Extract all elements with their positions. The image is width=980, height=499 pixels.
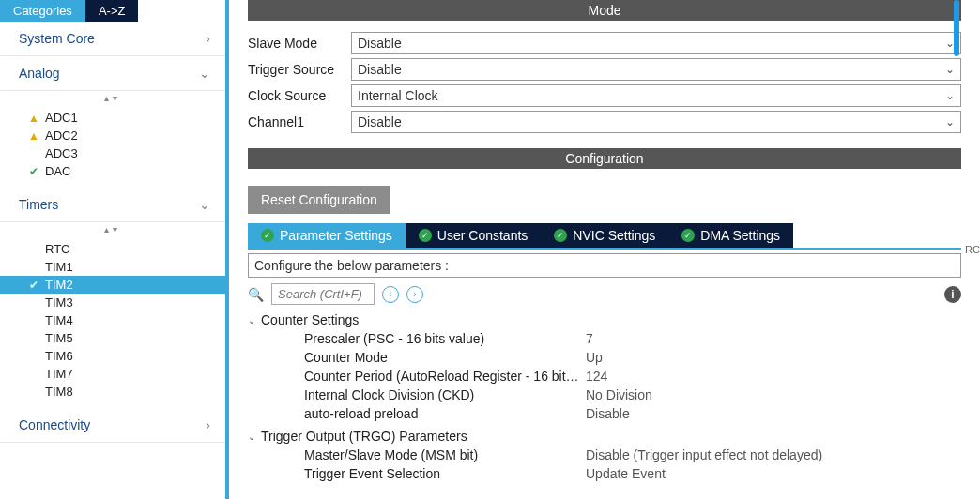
param-row[interactable]: Trigger Event SelectionUpdate Event [248, 464, 961, 483]
sidebar-item-label: ADC3 [45, 146, 78, 160]
sidebar-tabs: Categories A->Z [0, 0, 225, 22]
reset-configuration-button[interactable]: Reset Configuration [248, 186, 390, 214]
clock-source-select[interactable]: Internal Clock⌄ [351, 84, 961, 107]
caret-down-icon: ⌄ [248, 315, 255, 325]
param-row[interactable]: Counter Period (AutoReload Register - 16… [248, 367, 961, 386]
sidebar-item-tim2[interactable]: ✔TIM2 [0, 276, 225, 294]
search-row: 🔍 ‹ › i [248, 283, 961, 305]
sidebar-item-tim5[interactable]: TIM5 [0, 329, 225, 347]
chevron-down-icon: ⌄ [945, 115, 955, 129]
sidebar-item-tim7[interactable]: TIM7 [0, 365, 225, 383]
sidebar-item-label: TIM2 [45, 278, 73, 292]
mode-label-clock: Clock Source [248, 88, 351, 103]
group-counter-settings: ⌄Counter Settings Prescaler (PSC - 16 bi… [248, 310, 961, 423]
sidebar-item-label: DAC [45, 164, 70, 178]
sidebar-item-label: TIM3 [45, 295, 73, 310]
tab-dma-settings[interactable]: ✓DMA Settings [668, 223, 793, 248]
sidebar-item-tim1[interactable]: TIM1 [0, 258, 225, 276]
category-label: System Core [19, 31, 95, 46]
sidebar-body: System Core › Analog ⌄ ▴▾ ▲ADC1 ▲ADC2 AD… [0, 22, 225, 499]
mode-panel: Slave Mode Disable⌄ Trigger Source Disab… [248, 28, 961, 137]
warning-icon: ▲ [26, 112, 41, 125]
check-icon: ✔ [26, 279, 41, 292]
sidebar-item-rtc[interactable]: RTC [0, 240, 225, 258]
search-input[interactable] [271, 283, 375, 305]
check-icon: ✔ [26, 165, 41, 178]
trigger-source-select[interactable]: Disable⌄ [351, 58, 961, 81]
sidebar-item-tim6[interactable]: TIM6 [0, 347, 225, 365]
chevron-down-icon: ⌄ [945, 63, 955, 76]
sort-handle-icon[interactable]: ▴▾ [0, 222, 225, 236]
chevron-right-icon: › [206, 31, 210, 46]
chevron-down-icon: ⌄ [199, 197, 210, 212]
chevron-down-icon: ⌄ [945, 89, 955, 102]
category-label: Connectivity [19, 417, 90, 432]
channel1-select[interactable]: Disable⌄ [351, 111, 961, 133]
main-panel: Mode Slave Mode Disable⌄ Trigger Source … [229, 0, 980, 499]
category-system-core: System Core › [0, 22, 225, 56]
sidebar-item-label: RTC [45, 242, 69, 256]
sidebar-item-label: TIM8 [45, 385, 73, 399]
config-tabs: ✓Parameter Settings ✓User Constants ✓NVI… [248, 223, 961, 250]
mode-label-trigger: Trigger Source [248, 62, 351, 77]
group-trgo-parameters: ⌄Trigger Output (TRGO) Parameters Master… [248, 427, 961, 483]
check-circle-icon: ✓ [554, 229, 567, 242]
sidebar-item-tim4[interactable]: TIM4 [0, 311, 225, 329]
sidebar-item-tim3[interactable]: TIM3 [0, 294, 225, 311]
param-row[interactable]: Master/Slave Mode (MSM bit)Disable (Trig… [248, 446, 961, 464]
search-icon: 🔍 [248, 287, 264, 302]
group-header-trgo[interactable]: ⌄Trigger Output (TRGO) Parameters [248, 427, 961, 446]
prev-match-button[interactable]: ‹ [382, 286, 399, 303]
right-rail-label: RC [965, 244, 980, 255]
category-analog: Analog ⌄ ▴▾ ▲ADC1 ▲ADC2 ADC3 ✔DAC [0, 56, 225, 188]
sidebar-item-label: TIM5 [45, 331, 73, 345]
category-label: Timers [19, 197, 58, 212]
sidebar-item-label: ADC2 [45, 129, 78, 143]
param-row[interactable]: Counter ModeUp [248, 348, 961, 367]
category-connectivity: Connectivity › [0, 408, 225, 443]
tab-a-z[interactable]: A->Z [85, 0, 139, 22]
mode-panel-title: Mode [248, 0, 961, 21]
category-label: Analog [19, 66, 60, 81]
sidebar-item-tim8[interactable]: TIM8 [0, 383, 225, 401]
check-circle-icon: ✓ [261, 229, 274, 242]
tab-parameter-settings[interactable]: ✓Parameter Settings [248, 223, 406, 248]
category-header-system-core[interactable]: System Core › [0, 22, 225, 56]
slave-mode-select[interactable]: Disable⌄ [351, 32, 961, 54]
mode-label-slave: Slave Mode [248, 36, 351, 51]
chevron-down-icon: ⌄ [199, 66, 210, 81]
sidebar-item-dac[interactable]: ✔DAC [0, 162, 225, 180]
category-header-connectivity[interactable]: Connectivity › [0, 408, 225, 443]
sidebar: Categories A->Z System Core › Analog ⌄ ▴… [0, 0, 229, 499]
sidebar-item-label: TIM7 [45, 367, 73, 381]
category-header-timers[interactable]: Timers ⌄ [0, 188, 225, 222]
chevron-right-icon: › [206, 417, 210, 432]
sidebar-item-adc3[interactable]: ADC3 [0, 144, 225, 162]
next-match-button[interactable]: › [406, 286, 423, 303]
param-row[interactable]: Internal Clock Division (CKD)No Division [248, 386, 961, 404]
group-header-counter[interactable]: ⌄Counter Settings [248, 310, 961, 329]
scrollbar-thumb[interactable] [954, 0, 959, 56]
tab-user-constants[interactable]: ✓User Constants [406, 223, 541, 248]
category-header-analog[interactable]: Analog ⌄ [0, 56, 225, 91]
configuration-panel-title: Configuration [248, 148, 961, 169]
sidebar-item-label: TIM6 [45, 349, 73, 363]
sidebar-item-label: TIM1 [45, 260, 73, 274]
param-row[interactable]: Prescaler (PSC - 16 bits value)7 [248, 329, 961, 348]
sidebar-item-label: ADC1 [45, 111, 78, 125]
category-timers: Timers ⌄ ▴▾ RTC TIM1 ✔TIM2 TIM3 TIM4 TIM… [0, 188, 225, 408]
sidebar-item-adc2[interactable]: ▲ADC2 [0, 127, 225, 144]
caret-down-icon: ⌄ [248, 431, 255, 442]
check-circle-icon: ✓ [681, 229, 695, 242]
mode-label-channel1: Channel1 [248, 114, 351, 129]
tab-nvic-settings[interactable]: ✓NVIC Settings [541, 223, 668, 248]
param-row[interactable]: auto-reload preloadDisable [248, 404, 961, 423]
sidebar-item-label: TIM4 [45, 313, 73, 327]
info-icon[interactable]: i [944, 286, 961, 303]
sort-handle-icon[interactable]: ▴▾ [0, 91, 225, 105]
tab-categories[interactable]: Categories [0, 0, 85, 22]
sidebar-item-adc1[interactable]: ▲ADC1 [0, 109, 225, 127]
check-circle-icon: ✓ [419, 229, 432, 242]
warning-icon: ▲ [26, 129, 41, 143]
configure-hint: Configure the below parameters : [248, 253, 961, 278]
